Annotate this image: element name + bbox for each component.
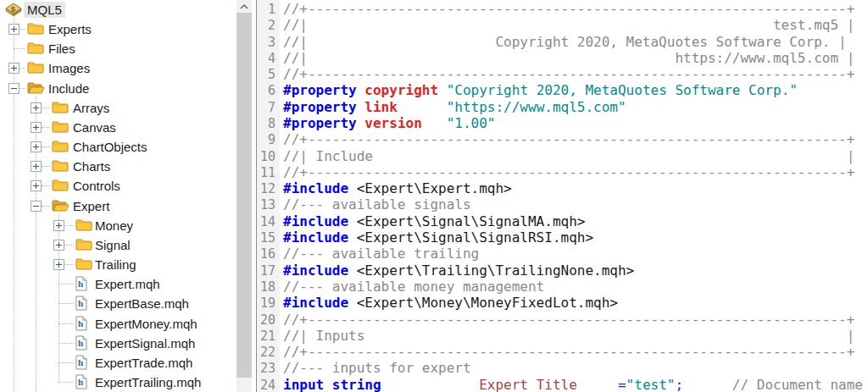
tree-connector [58, 284, 74, 284]
expander-plus-icon[interactable] [31, 180, 42, 191]
tree-item-signal[interactable]: Signal [0, 235, 236, 255]
code-line[interactable]: 15#include <Expert\Signal\SignalRSI.mqh> [257, 229, 868, 246]
scrollbar-up-button[interactable] [236, 0, 252, 13]
code-segment: copyright [364, 82, 438, 98]
line-number[interactable]: 12 [257, 181, 275, 197]
scrollbar-thumb[interactable] [236, 13, 252, 378]
tree-connector [58, 362, 74, 363]
line-number[interactable]: 16 [257, 246, 275, 262]
code-line[interactable]: 23//--- inputs for expert [257, 360, 868, 377]
expander-plus-icon[interactable] [8, 63, 19, 74]
expander-plus-icon[interactable] [31, 161, 42, 172]
line-number[interactable]: 19 [257, 295, 275, 312]
expander-plus-icon[interactable] [31, 102, 42, 113]
code-line[interactable]: 12#include <Expert\Expert.mqh> [257, 180, 868, 197]
tree-item-experttrailing-mqh[interactable]: hExpertTrailing.mqh [0, 373, 236, 392]
line-number[interactable]: 17 [257, 263, 275, 279]
tree-item-experts[interactable]: Experts [0, 19, 236, 39]
code-editor[interactable]: 1//+------------------------------------… [257, 0, 868, 392]
line-number[interactable]: 15 [257, 230, 275, 246]
line-number[interactable]: 4 [257, 51, 275, 67]
code-line[interactable]: 4//| https://www.mql5.com | [257, 50, 868, 67]
line-number[interactable]: 21 [257, 329, 275, 345]
code-segment: Expert_Title [479, 377, 577, 392]
expander-plus-icon[interactable] [53, 220, 64, 231]
tree-item-expertsignal-mqh[interactable]: hExpertSignal.mqh [0, 334, 236, 353]
code-segment: input [283, 377, 324, 392]
tree-item-controls[interactable]: Controls [0, 176, 236, 196]
expander-plus-icon[interactable] [8, 24, 19, 35]
tree-item-trailing[interactable]: Trailing [0, 255, 236, 274]
code-line[interactable]: 10//| Include | [257, 148, 868, 165]
code-segment: <Expert\Expert.mqh> [348, 180, 512, 196]
code-line[interactable]: 11//+-----------------------------------… [257, 164, 868, 181]
code-segment: #property [283, 82, 357, 98]
expander-plus-icon[interactable] [31, 141, 42, 152]
line-number[interactable]: 9 [257, 132, 275, 148]
line-number[interactable]: 18 [257, 279, 275, 295]
line-number[interactable]: 11 [257, 165, 275, 181]
svg-text:h: h [78, 318, 83, 329]
code-line[interactable]: 17#include <Expert\Trailing\TrailingNone… [257, 262, 868, 279]
code-line[interactable]: 22//+-----------------------------------… [257, 344, 868, 361]
metaeditor-window: 5 MQL5 Experts Files Images Include Arra… [0, 0, 868, 392]
tree-item-label: Controls [73, 178, 120, 194]
code-line[interactable]: 6#property copyright "Copyright 2020, Me… [257, 82, 868, 99]
tree-item-money[interactable]: Money [0, 216, 236, 235]
code-line[interactable]: 9//+------------------------------------… [257, 131, 868, 148]
line-number[interactable]: 22 [257, 345, 275, 361]
line-number[interactable]: 24 [257, 378, 275, 392]
tree-item-arrays[interactable]: Arrays [0, 98, 236, 118]
code-line[interactable]: 20//+-----------------------------------… [257, 312, 868, 329]
folder-closed-icon [27, 41, 44, 58]
code-line[interactable]: 13//--- available signals [257, 196, 868, 213]
tree-item-expertmoney-mqh[interactable]: hExpertMoney.mqh [0, 314, 236, 334]
tree-item-chartobjects[interactable]: ChartObjects [0, 137, 236, 157]
line-number[interactable]: 7 [257, 100, 275, 116]
tree-item-include[interactable]: Include [0, 79, 236, 98]
code-line[interactable]: 18//--- available money management [257, 279, 868, 295]
tree-item-expert[interactable]: Expert [0, 196, 236, 216]
code-line[interactable]: 16//--- available trailing [257, 246, 868, 262]
code-line[interactable]: 14#include <Expert\Signal\SignalMA.mqh> [257, 213, 868, 230]
tree-item-canvas[interactable]: Canvas [0, 118, 236, 137]
tree-item-experttrade-mqh[interactable]: hExpertTrade.mqh [0, 353, 236, 373]
expander-plus-icon[interactable] [31, 122, 42, 133]
line-number[interactable]: 5 [257, 67, 275, 83]
tree-scrollbar[interactable] [236, 0, 252, 392]
tree-item-expertbase-mqh[interactable]: hExpertBase.mqh [0, 294, 236, 313]
code-line[interactable]: 2//| test.mq5 | [257, 17, 868, 34]
line-number[interactable]: 2 [257, 18, 275, 34]
code-line[interactable]: 1//+------------------------------------… [257, 1, 868, 18]
line-number[interactable]: 23 [257, 361, 275, 377]
line-number[interactable]: 14 [257, 214, 275, 230]
expander-plus-icon[interactable] [53, 240, 64, 251]
line-number[interactable]: 3 [257, 35, 275, 51]
code-line[interactable]: 3//| Copyright 2020, MetaQuotes Software… [257, 34, 868, 51]
code-line[interactable]: 5//+------------------------------------… [257, 66, 868, 83]
expander-minus-icon[interactable] [31, 201, 42, 212]
line-number[interactable]: 6 [257, 83, 275, 99]
line-number[interactable]: 20 [257, 312, 275, 329]
line-number[interactable]: 8 [257, 116, 275, 132]
tree-item-expert-mqh[interactable]: hExpert.mqh [0, 274, 236, 294]
expander-plus-icon[interactable] [53, 259, 64, 270]
tree-connector [64, 225, 74, 226]
code-line[interactable]: 21//| Inputs | [257, 328, 868, 345]
tree-item-charts[interactable]: Charts [0, 157, 236, 176]
code-line[interactable]: 8#property version "1.00" [257, 115, 868, 132]
code-segment: <Expert\Signal\SignalMA.mqh> [348, 213, 585, 229]
tree-item-root[interactable]: 5 MQL5 [0, 0, 236, 19]
code-segment: // Document name [732, 377, 863, 392]
line-number[interactable]: 1 [257, 2, 275, 18]
line-number[interactable]: 13 [257, 197, 275, 213]
tree-item-files[interactable]: Files [0, 39, 236, 58]
expander-minus-icon[interactable] [8, 83, 19, 94]
code-line[interactable]: 19#include <Expert\Money\MoneyFixedLot.m… [257, 295, 868, 312]
code-line[interactable]: 24input string Expert_Title ="test"; // … [257, 377, 868, 392]
code-line[interactable]: 7#property link "https://www.mql5.com" [257, 99, 868, 116]
tree-item-images[interactable]: Images [0, 58, 236, 78]
code-segment: //+-------------------------------------… [283, 131, 854, 147]
line-number[interactable]: 10 [257, 149, 275, 165]
code-segment: link [364, 99, 398, 115]
